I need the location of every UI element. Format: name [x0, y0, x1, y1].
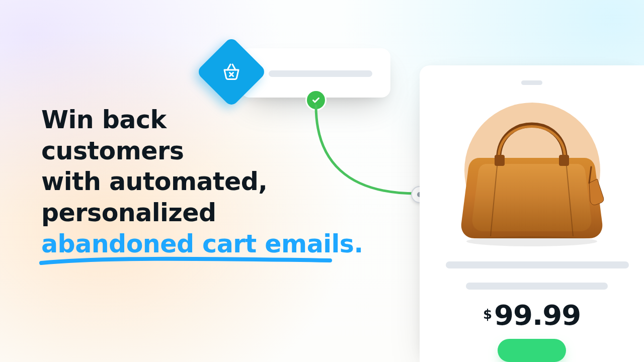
product-preview-card: $99.99 — [420, 65, 644, 362]
svg-rect-0 — [495, 155, 505, 166]
product-image — [442, 95, 621, 246]
product-price: $99.99 — [420, 299, 644, 331]
placeholder-line — [446, 261, 629, 268]
cta-button[interactable] — [498, 339, 566, 362]
headline-line-3: with automated, — [41, 167, 267, 196]
headline-emphasis: abandoned cart emails. — [41, 230, 363, 258]
svg-rect-1 — [559, 155, 569, 166]
headline-line-2: customers — [41, 137, 184, 165]
placeholder-line — [466, 283, 608, 290]
handbag-illustration — [442, 95, 621, 246]
placeholder-bar — [269, 70, 372, 77]
headline-line-4: personalized — [41, 199, 216, 227]
underline-decoration — [39, 256, 332, 267]
basket-x-icon — [220, 60, 243, 83]
headline-line-1: Win back — [41, 106, 167, 134]
card-handle — [521, 80, 542, 85]
promo-stage: Win back customers with automated, perso… — [0, 0, 644, 362]
currency-symbol: $ — [483, 307, 492, 322]
svg-point-2 — [466, 236, 597, 246]
price-amount: 99.99 — [494, 299, 581, 331]
trigger-diamond — [196, 36, 267, 107]
